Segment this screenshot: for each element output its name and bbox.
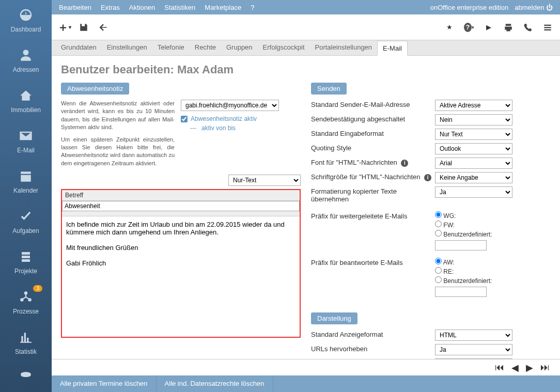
lbl-confirm: Sendebestätigung abgeschaltet [311,114,435,123]
info-text-2: Um einen späteren Zeitpunkt einzustellen… [61,136,175,168]
info-icon[interactable]: i [424,174,431,181]
tab-rechte[interactable]: Rechte [190,40,221,55]
toolbar: ＋▾ ★ ?▾ ▶ [52,14,560,40]
subject-input[interactable] [62,201,300,211]
lbl-fontsize: Schriftgröße für "HTML"-Nachrichten i [311,172,435,181]
menu-bearbeiten[interactable]: Bearbeiten [59,4,91,11]
delete-record-rights[interactable]: Alle ind. Datensatzrechte löschen [157,375,273,392]
sidebar-label: Dashboard [11,26,41,33]
fwd-custom-input[interactable] [435,240,487,250]
page-title: Benutzer bearbeiten: Max Adam [61,63,551,76]
help-button[interactable]: ?▾ [464,22,474,33]
tab-email[interactable]: E-Mail [377,41,408,56]
ooo-active-label: Abwesenheitsnotiz aktiv [191,115,257,122]
sidebar-item-prozesse[interactable]: 3 Prozesse [0,282,52,322]
sel-quoting[interactable]: Outlook [435,143,512,154]
nav-next[interactable]: ▶ [526,362,533,373]
record-nav: ⏮ ◀ ▶ ⏭ [52,359,560,375]
sidebar-item-kalender[interactable]: Kalender [0,161,52,201]
email-account-select[interactable]: gabi.froehlich@myonoffice.de (a [181,100,279,111]
ooo-editor: Betreff [61,189,301,338]
sel-display-format[interactable]: HTML [435,330,512,341]
sidebar-item-aufgaben[interactable]: Aufgaben [0,201,52,242]
top-menubar: Bearbeiten Extras Aktionen Statistiken M… [52,0,560,14]
sel-url-highlight[interactable]: Ja [435,344,512,355]
section-darstellung: Darstellung [311,312,357,324]
chart-icon [18,330,34,345]
menu-button[interactable] [542,22,553,33]
menu-marketplace[interactable]: Marketplace [205,4,241,11]
radio-reply-custom[interactable] [435,276,442,283]
lbl-url-highlight: URLs hervorheben [311,344,435,353]
editor-divider [62,211,300,216]
tab-einstellungen[interactable]: Einstellungen [102,40,152,55]
tabbar: Grunddaten Einstellungen Telefonie Recht… [52,40,560,56]
lbl-font: Font für "HTML"-Nachrichten i [311,158,435,167]
logout-link[interactable]: abmelden ⏻ [515,4,553,11]
badge: 3 [33,285,42,292]
delete-private-appointments[interactable]: Alle privaten Termine löschen [52,375,157,392]
section-abwesenheitsnotiz: Abwesenheitsnotiz [61,83,129,95]
body-textarea[interactable] [62,216,300,335]
lbl-display-format: Standard Anzeigeformat [311,330,435,338]
footer-actions: Alle privaten Termine löschen Alle ind. … [52,375,560,392]
main-content: Benutzer bearbeiten: Max Adam Abwesenhei… [52,56,560,359]
sidebar-item-dashboard[interactable]: Dashboard [0,0,52,40]
tab-telefonie[interactable]: Telefonie [152,40,190,55]
sel-confirm[interactable]: Nein [435,114,512,126]
tab-grunddaten[interactable]: Grunddaten [56,40,102,55]
menu-extras[interactable]: Extras [101,4,120,11]
back-button[interactable] [98,22,108,33]
star-button[interactable]: ★ [444,22,455,33]
info-icon[interactable]: i [401,160,408,167]
tab-gruppen[interactable]: Gruppen [221,40,258,55]
tab-portaleinstellungen[interactable]: Portaleinstellungen [310,40,378,55]
phone-button[interactable] [523,22,533,33]
sidebar-label: Prozesse [13,308,39,315]
sidebar-item-immobilien[interactable]: Immobilien [0,81,52,121]
calendar-icon [18,168,34,184]
lbl-inputformat: Standard Eingabeformat [311,129,435,137]
nav-prev[interactable]: ◀ [511,362,519,373]
ooo-active-checkbox[interactable] [181,116,188,122]
sidebar-item-statistik[interactable]: Statistik [0,322,52,363]
date-range-link[interactable]: aktiv von bis [201,124,236,132]
save-button[interactable] [79,22,89,33]
sidebar-label: E-Mail [17,147,35,154]
menu-aktionen[interactable]: Aktionen [129,4,155,11]
nav-last[interactable]: ⏭ [540,362,550,373]
radio-re[interactable] [435,267,442,274]
nav-first[interactable]: ⏮ [495,362,504,373]
play-button[interactable]: ▶ [484,22,494,33]
sidebar-item-email[interactable]: E-Mail [0,121,52,161]
person-icon [18,48,34,63]
power-icon: ⏻ [546,4,553,11]
lbl-fwd-prefix: Präfix für weitergeleitete E-Mails [311,211,435,220]
reply-custom-input[interactable] [435,287,487,297]
sel-inputformat[interactable]: Nur Text [435,129,512,140]
radio-fw[interactable] [435,221,442,227]
lbl-quoting: Quoting Style [311,143,435,152]
radio-wg[interactable] [435,211,442,218]
menu-help[interactable]: ? [251,4,254,11]
house-icon [18,88,34,103]
radio-aw[interactable] [435,258,442,264]
tab-erfolgscockpit[interactable]: Erfolgscockpit [258,40,310,55]
radio-fwd-custom[interactable] [435,230,442,237]
sidebar-item-projekte[interactable]: Projekte [0,242,52,282]
sidebar-item-more[interactable] [0,363,52,388]
sel-font[interactable]: Arial [435,158,512,169]
format-select[interactable]: Nur-Text [228,175,301,186]
sel-copyformat[interactable]: Ja [435,186,512,198]
add-button[interactable]: ＋▾ [59,22,69,33]
server-icon [18,249,34,264]
lbl-copyformat: Formatierung kopierter Texte übernehmen [311,186,435,203]
print-button[interactable] [503,22,514,33]
sel-fontsize[interactable]: Keine Angabe [435,172,512,183]
sidebar-label: Projekte [14,268,37,275]
info-text-1: Wenn die Abwesenheitsnotiz aktiviert ode… [61,100,175,132]
sidebar-label: Aufgaben [12,227,39,234]
sel-sender[interactable]: Aktive Adresse [435,100,512,111]
menu-statistiken[interactable]: Statistiken [164,4,195,11]
sidebar-item-adressen[interactable]: Adressen [0,40,52,81]
